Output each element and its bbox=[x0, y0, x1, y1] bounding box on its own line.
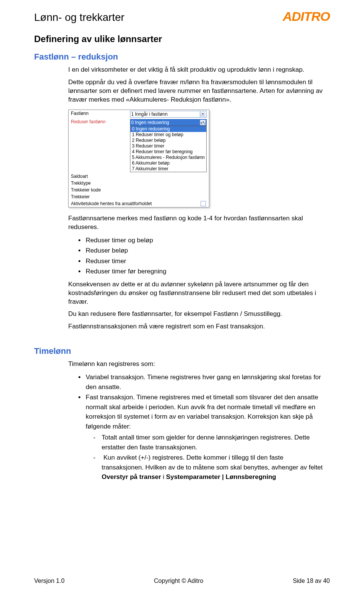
footer-page-number: Side 18 av 40 bbox=[293, 578, 330, 584]
paragraph: Dette oppnår du ved å overføre fravær m/… bbox=[68, 78, 326, 104]
dropdown-option[interactable]: 0 Ingen redusering bbox=[130, 126, 206, 132]
field-label: Trekktype bbox=[69, 180, 128, 187]
embedded-app-screenshot: Fastlønn 1 Inngår i fastlønn ▾ Reduser f… bbox=[68, 110, 209, 207]
paragraph: Konsekvensen av dette er at du avlønner … bbox=[68, 280, 326, 306]
dropdown-option[interactable]: 1 Reduser timer og beløp bbox=[130, 132, 206, 138]
list-item: Reduser timer og beløp bbox=[85, 235, 326, 245]
combo-reduser-fastlonn[interactable]: 0 Ingen redusering ▾↖ bbox=[130, 119, 207, 126]
document-page: Lønn- og trekkarter ADITRO Definering av… bbox=[0, 0, 364, 595]
combo-value: 1 Inngår i fastlønn bbox=[131, 111, 168, 117]
content-block-fastlonn: I en del virksomheter er det viktig å få… bbox=[68, 66, 326, 331]
sub-list-item: Totalt antall timer som gjelder for denn… bbox=[101, 433, 326, 452]
document-title: Lønn- og trekkarter bbox=[34, 11, 124, 24]
dropdown-option[interactable]: 6 Akkumuler beløp bbox=[130, 160, 206, 166]
list-item-text: Fast transaksjon. Timene registreres med… bbox=[86, 394, 318, 430]
subsection-heading-fastlonn: Fastlønn – reduksjon bbox=[34, 52, 330, 62]
paragraph: Fastlønnsartene merkes med fastlønn og k… bbox=[68, 214, 326, 232]
dropdown-option[interactable]: 4 Reduser timer før beregning bbox=[130, 149, 206, 155]
paragraph: Timelønn kan registreres som: bbox=[68, 360, 326, 369]
list-item: Reduser timer bbox=[85, 256, 326, 266]
bullet-list: Reduser timer og beløp Reduser beløp Red… bbox=[68, 235, 326, 276]
dropdown-option[interactable]: 7 Akkumuler timer bbox=[130, 166, 206, 172]
dropdown-option[interactable]: 5 Akkumuleres - Reduksjon fastlønn bbox=[130, 155, 206, 160]
footer-version: Versjon 1.0 bbox=[34, 578, 64, 584]
field-label: Trekkeier kode bbox=[69, 187, 128, 193]
field-label: Fastlønn bbox=[69, 110, 128, 118]
page-header: Lønn- og trekkarter ADITRO bbox=[34, 11, 330, 24]
field-label: Trekkeier bbox=[69, 193, 128, 200]
field-label: Aktivitetskode hentes fra ansattforholde… bbox=[71, 201, 152, 206]
section-heading-definering: Definering av ulike lønnsarter bbox=[34, 34, 330, 44]
brand-logo: ADITRO bbox=[283, 9, 330, 24]
field-label: Reduser fastlønn bbox=[69, 118, 128, 173]
paragraph: I en del virksomheter er det viktig å få… bbox=[68, 66, 326, 74]
paragraph: Du kan redusere flere fastlønnsarter, fo… bbox=[68, 310, 326, 319]
chevron-down-icon: ▾↖ bbox=[200, 120, 206, 125]
list-item: Fast transaksjon. Timene registreres med… bbox=[85, 392, 326, 482]
sub-list-item: Kun avviket (+/-) registreres. Dette kom… bbox=[101, 453, 326, 482]
paragraph: Fastlønnstransaksjonen må være registrer… bbox=[68, 322, 326, 331]
footer-copyright: Copyright © Aditro bbox=[154, 578, 203, 584]
field-label: Saldoart bbox=[69, 173, 128, 180]
content-block-timelonn: Timelønn kan registreres som: Variabel t… bbox=[68, 360, 326, 482]
sub-list: Totalt antall timer som gjelder for denn… bbox=[86, 433, 326, 482]
checkbox-icon[interactable] bbox=[201, 201, 206, 206]
combo-value: 0 Ingen redusering bbox=[131, 120, 169, 125]
list-item: Reduser beløp bbox=[85, 246, 326, 256]
subsection-heading-timelonn: Timelønn bbox=[34, 346, 330, 356]
dropdown-option[interactable]: 3 Reduser timer bbox=[130, 143, 206, 149]
bullet-list: Variabel transaksjon. Timene registreres… bbox=[68, 372, 326, 482]
dropdown-option[interactable]: 2 Reduser beløp bbox=[130, 138, 206, 143]
page-footer: Versjon 1.0 Copyright © Aditro Side 18 a… bbox=[34, 578, 330, 584]
combo-fastlonn[interactable]: 1 Inngår i fastlønn ▾ bbox=[130, 111, 207, 118]
chevron-down-icon: ▾ bbox=[200, 111, 206, 117]
dropdown-list[interactable]: 0 Ingen redusering 1 Reduser timer og be… bbox=[130, 126, 207, 172]
list-item: Variabel transaksjon. Timene registreres… bbox=[85, 372, 326, 392]
list-item: Reduser timer før beregning bbox=[85, 267, 326, 276]
